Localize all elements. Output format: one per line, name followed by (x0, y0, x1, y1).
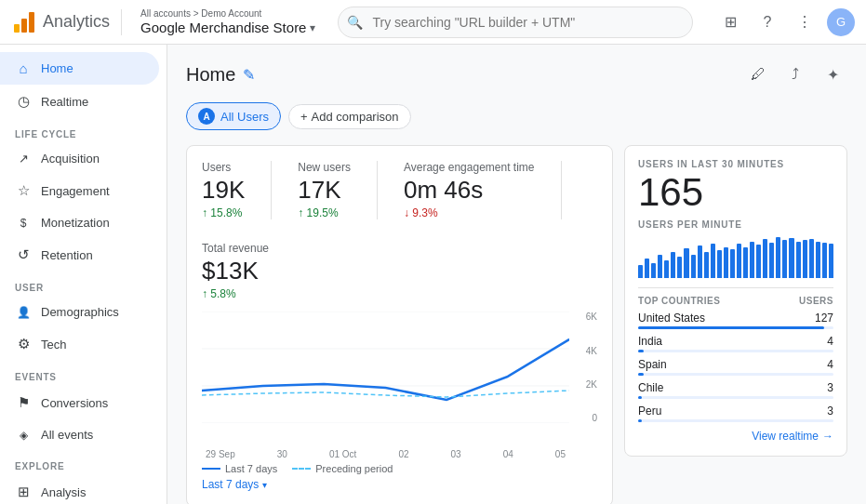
customize-report-button[interactable]: 🖊 (743, 60, 773, 89)
chart-legend: Last 7 days Preceding period (202, 463, 597, 474)
sidebar-item-engagement[interactable]: ☆ Engagement (0, 174, 159, 207)
sidebar-label-analysis: Analysis (41, 485, 86, 499)
sidebar-label-tech: Tech (41, 338, 66, 351)
svg-rect-1 (21, 19, 27, 33)
users-per-min-chart (638, 233, 833, 278)
country-users: 127 (815, 312, 833, 325)
sidebar-label-acquisition: Acquisition (41, 152, 100, 166)
content-area: Home ✎ 🖊 ⤴ ✦ A All Users + Add compariso… (167, 45, 866, 504)
revenue-change: ↑ 5.8% (202, 287, 269, 300)
share-button[interactable]: ⤴ (780, 60, 810, 89)
realtime-icon: ◷ (15, 93, 32, 110)
chart-x-labels: 29 Sep 30 01 Oct 02 03 04 05 (202, 449, 569, 459)
metrics-row: Users 19K ↑ 15.8% New users 17K ↑ 19.5% (202, 161, 597, 300)
sidebar-item-tech[interactable]: ⚙ Tech (0, 327, 159, 361)
date-filter-button[interactable]: Last 7 days ▾ (202, 478, 597, 491)
engagement-value: 0m 46s (404, 176, 535, 205)
insights-button[interactable]: ✦ (818, 60, 847, 89)
chart-svg (202, 312, 569, 423)
sidebar-label-demographics: Demographics (41, 305, 119, 319)
sidebar-item-monetization[interactable]: $ Monetization (0, 207, 159, 238)
sidebar-item-realtime[interactable]: ◷ Realtime (0, 85, 159, 118)
apps-icon-button[interactable]: ⊞ (715, 7, 745, 37)
date-filter-label: Last 7 days (202, 478, 259, 491)
all-users-chip[interactable]: A All Users (186, 102, 281, 130)
bar-item (638, 265, 643, 278)
chip-label: All Users (220, 110, 269, 124)
sidebar-label-retention: Retention (41, 248, 93, 262)
retention-icon: ↺ (15, 246, 32, 263)
country-bar-bg (638, 419, 833, 422)
sidebar-item-demographics[interactable]: 👤 Demographics (0, 297, 159, 327)
logo-area: Analytics (11, 9, 110, 35)
tech-icon: ⚙ (15, 336, 32, 352)
bar-item (789, 238, 793, 278)
users-per-min-label: USERS PER MINUTE (638, 219, 833, 230)
country-row: United States 127 (638, 312, 833, 329)
users-label: Users (202, 161, 245, 174)
bar-item (711, 244, 715, 278)
bar-item (730, 249, 735, 278)
country-name: Peru (638, 405, 661, 418)
sidebar: ⌂ Home ◷ Realtime LIFE CYCLE ↗ Acquisiti… (0, 45, 167, 504)
search-input[interactable] (338, 7, 693, 38)
sidebar-item-conversions[interactable]: ⚑ Conversions (0, 386, 159, 419)
add-comparison-label: Add comparison (312, 110, 399, 124)
country-users: 4 (827, 358, 833, 371)
country-users: 4 (827, 335, 833, 348)
bar-item (737, 244, 741, 278)
country-bar-fill (638, 350, 644, 352)
bar-item (796, 242, 801, 278)
main-column: Users 19K ↑ 15.8% New users 17K ↑ 19.5% (186, 145, 613, 504)
metrics-card: Users 19K ↑ 15.8% New users 17K ↑ 19.5% (186, 145, 613, 504)
main-layout: ⌂ Home ◷ Realtime LIFE CYCLE ↗ Acquisiti… (0, 45, 866, 504)
country-list: United States 127 India 4 Spain 4 Chile … (638, 312, 833, 422)
country-users: 3 (827, 381, 833, 394)
realtime-card: USERS IN LAST 30 MINUTES 165 USERS PER M… (624, 145, 847, 457)
svg-rect-0 (14, 24, 20, 33)
edit-page-icon[interactable]: ✎ (243, 66, 255, 84)
country-bar-fill (638, 396, 642, 399)
revenue-value: $13K (202, 257, 269, 285)
section-label-user: USER (0, 272, 167, 297)
view-realtime-button[interactable]: View realtime → (638, 430, 833, 443)
sidebar-item-all-events[interactable]: ◈ All events (0, 419, 159, 450)
account-name[interactable]: Google Merchandise Store ▾ (140, 20, 315, 35)
sidebar-label-home: Home (41, 61, 73, 75)
more-icon-button[interactable]: ⋮ (790, 7, 819, 37)
bar-item (664, 260, 669, 278)
two-column-layout: Users 19K ↑ 15.8% New users 17K ↑ 19.5% (186, 145, 847, 504)
search-icon: 🔍 (347, 15, 363, 30)
help-icon-button[interactable]: ? (753, 7, 782, 37)
new-users-label: New users (298, 161, 351, 174)
country-name: Chile (638, 381, 663, 394)
bar-item (691, 255, 696, 278)
legend-dashed-label: Preceding period (315, 463, 393, 474)
section-label-events: EVENTS (0, 361, 167, 386)
country-row: India 4 (638, 335, 833, 352)
bar-item (769, 243, 774, 278)
search-area: 🔍 (338, 7, 693, 38)
sidebar-item-home[interactable]: ⌂ Home (0, 52, 159, 85)
sidebar-item-retention[interactable]: ↺ Retention (0, 238, 159, 272)
legend-dashed-line (292, 468, 311, 470)
chart-area: 6K 4K 2K 0 (202, 312, 597, 442)
bar-item (684, 248, 688, 278)
new-users-change: ↑ 19.5% (298, 206, 351, 219)
country-name: India (638, 335, 662, 348)
metric-new-users: New users 17K ↑ 19.5% (298, 161, 351, 219)
page-header: Home ✎ 🖊 ⤴ ✦ (186, 60, 847, 89)
view-realtime-label: View realtime (752, 430, 819, 443)
sidebar-item-acquisition[interactable]: ↗ Acquisition (0, 143, 159, 174)
avatar[interactable]: G (827, 8, 855, 36)
bar-item (651, 263, 656, 278)
chart-y-labels: 6K 4K 2K 0 (569, 312, 597, 423)
account-selector[interactable]: All accounts > Demo Account Google Merch… (140, 8, 315, 35)
home-icon: ⌂ (15, 60, 32, 76)
sidebar-label-engagement: Engagement (41, 184, 110, 198)
arrow-right-icon: → (822, 430, 833, 443)
add-comparison-button[interactable]: + Add comparison (288, 104, 411, 129)
users-col-label: USERS (799, 296, 833, 306)
bar-item (671, 252, 675, 278)
sidebar-item-analysis[interactable]: ⊞ Analysis (0, 475, 159, 504)
